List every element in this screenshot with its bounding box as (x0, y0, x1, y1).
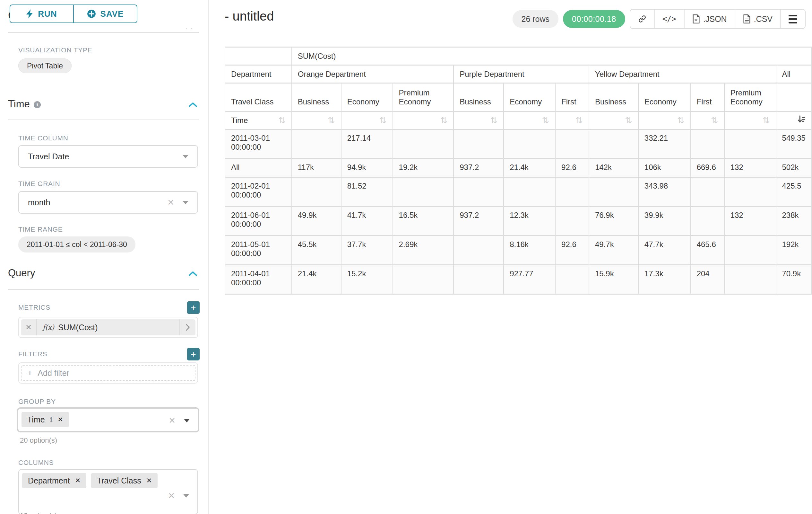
col-header: Business (589, 83, 638, 111)
sort-icon[interactable]: ⇅ (440, 115, 448, 125)
cell: 70.9k (776, 265, 812, 294)
sort-icon[interactable]: ⇅ (762, 115, 770, 125)
sort-icon[interactable]: ⇅ (278, 115, 286, 125)
time-section-header[interactable]: Time i (8, 98, 41, 110)
export-csv-button[interactable]: .CSV (735, 10, 780, 28)
query-section-header[interactable]: Query (8, 267, 35, 279)
cell: 2.69k (393, 236, 454, 264)
clear-icon[interactable]: ✕ (167, 197, 174, 207)
add-metric-button[interactable]: + (187, 301, 200, 314)
file-csv-icon (743, 15, 751, 23)
columns-select[interactable]: Department ✕ Travel Class ✕ ✕ (18, 469, 198, 514)
svg-text:<>: <> (694, 18, 698, 22)
sort-desc-icon[interactable] (797, 115, 806, 126)
remove-chip-icon[interactable]: ✕ (75, 477, 81, 484)
add-filter-dropzone[interactable]: + Add filter (21, 365, 196, 381)
cell (504, 178, 555, 206)
sort-icon[interactable]: ⇅ (328, 115, 335, 125)
cell: 49.9k (292, 207, 341, 235)
row-label: All (225, 159, 291, 177)
chart-type-caret-clipped: ·· (185, 24, 196, 33)
cell: 238k (776, 207, 812, 235)
sort-icon[interactable]: ⇅ (677, 115, 685, 125)
group-by-chip[interactable]: Time i ✕ (22, 412, 69, 427)
chevron-up-icon[interactable] (188, 270, 198, 277)
cell (725, 265, 776, 294)
save-button[interactable]: SAVE (73, 4, 137, 23)
info-icon: i (50, 416, 53, 424)
sort-header-cell: ⇅ (342, 112, 393, 129)
export-toolbar: </> <> .JSON .CSV (630, 9, 806, 29)
clear-icon[interactable]: ✕ (169, 416, 176, 425)
view-query-button[interactable]: </> (654, 10, 684, 28)
sort-icon[interactable]: ⇅ (625, 115, 632, 125)
share-link-button[interactable] (630, 10, 654, 28)
time-range-label: TIME RANGE (18, 225, 63, 233)
travel-class-axis-label: Travel Class (225, 83, 291, 111)
cell (556, 130, 589, 158)
page-title[interactable]: - untitled (225, 9, 274, 23)
viz-type-pill[interactable]: Pivot Table (18, 58, 71, 73)
cell (454, 236, 503, 264)
plus-icon: + (27, 368, 32, 378)
group-by-select[interactable]: Time i ✕ ✕ (17, 407, 199, 432)
row-count-badge: 26 rows (513, 10, 559, 28)
sort-icon[interactable]: ⇅ (379, 115, 387, 125)
time-grain-label: TIME GRAIN (18, 180, 60, 188)
cell: 49.7k (589, 236, 638, 264)
time-range-pill[interactable]: 2011-01-01 ≤ col < 2011-06-30 (18, 237, 136, 252)
sort-header-cell: ⇅ (639, 112, 690, 129)
remove-metric-icon[interactable]: ✕ (21, 319, 37, 335)
columns-chip[interactable]: Department ✕ (22, 473, 86, 488)
cell: 192k (776, 236, 812, 264)
remove-chip-icon[interactable]: ✕ (146, 477, 152, 484)
clear-icon[interactable]: ✕ (168, 491, 175, 501)
info-icon: i (34, 101, 41, 108)
add-filter-button[interactable]: + (187, 348, 200, 360)
remove-chip-icon[interactable]: ✕ (57, 416, 63, 424)
sort-header-cell: ⇅ (725, 112, 776, 129)
cell: 81.52 (342, 178, 393, 206)
cell (556, 265, 589, 294)
sort-icon[interactable]: ⇅ (542, 115, 549, 125)
time-column-label: TIME COLUMN (18, 134, 68, 142)
cell (454, 178, 503, 206)
cell: 15.9k (589, 265, 638, 294)
filters-label: FILTERS (18, 350, 47, 358)
cell: 17.3k (639, 265, 690, 294)
sort-icon[interactable]: ⇅ (576, 115, 583, 125)
cell (725, 130, 776, 158)
time-column-select[interactable]: Travel Date (18, 145, 198, 168)
group-by-label: GROUP BY (18, 398, 56, 405)
divider (8, 32, 199, 33)
sort-header-cell (776, 112, 812, 129)
chevron-up-icon[interactable] (188, 102, 198, 108)
cell (393, 178, 454, 206)
menu-button[interactable] (780, 10, 805, 28)
cell (725, 178, 776, 206)
cell: 19.2k (393, 159, 454, 177)
cell: 45.5k (292, 236, 341, 264)
chevron-right-icon[interactable] (179, 319, 196, 335)
columns-options-note: 19 option(s) (20, 511, 57, 514)
sort-header-cell: ⇅ (393, 112, 454, 129)
sort-icon[interactable]: ⇅ (711, 115, 718, 125)
fx-icon: ƒ(x) (43, 324, 54, 331)
code-icon: </> (662, 15, 676, 23)
sort-icon[interactable]: ⇅ (490, 115, 498, 125)
lightning-icon (26, 9, 33, 18)
cell (691, 207, 724, 235)
cell: 15.2k (342, 265, 393, 294)
group-by-options-note: 20 option(s) (20, 436, 57, 444)
control-panel: Chart Type ·· RUN SAVE VISUALIZATION TYP… (0, 0, 209, 514)
time-grain-select[interactable]: month ✕ (18, 191, 198, 214)
department-axis-label: Department (225, 65, 291, 83)
cell: 669.6 (691, 159, 724, 177)
columns-chip[interactable]: Travel Class ✕ (91, 473, 158, 488)
chart-area: - untitled 26 rows 00:00:00.18 </> <> .J… (209, 0, 812, 514)
cell: 8.16k (504, 236, 555, 264)
metric-chip[interactable]: ✕ ƒ(x) SUM(Cost) (21, 319, 196, 335)
export-json-button[interactable]: <> .JSON (684, 10, 735, 28)
run-button[interactable]: RUN (10, 4, 74, 23)
row-label: 2011-06-01 00:00:00 (225, 207, 291, 235)
